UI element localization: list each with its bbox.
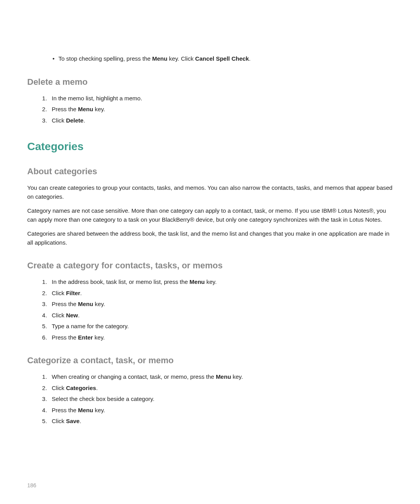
list-item: Click Filter. — [49, 289, 393, 298]
item-prefix: In the address book, task list, or memo … — [52, 278, 189, 285]
item-bold: Save — [66, 418, 80, 424]
item-suffix: key. — [205, 278, 217, 285]
delete-memo-list: In the memo list, highlight a memo. Pres… — [49, 94, 393, 125]
item-text: In the memo list, highlight a memo. — [52, 95, 142, 102]
page-number: 186 — [27, 482, 36, 488]
heading-categories: Categories — [27, 140, 393, 153]
item-prefix: Click — [52, 385, 66, 391]
list-item: Press the Menu key. — [49, 406, 393, 415]
item-suffix: . — [78, 312, 80, 318]
item-suffix: key. — [93, 334, 105, 341]
heading-create-category: Create a category for contacts, tasks, o… — [27, 261, 393, 271]
item-suffix: key. — [93, 106, 105, 112]
about-para-1: You can create categories to group your … — [27, 184, 393, 201]
create-category-list: In the address book, task list, or memo … — [49, 278, 393, 342]
item-prefix: Click — [52, 312, 66, 318]
bullet-stop-spelling: • To stop checking spelling, press the M… — [52, 54, 393, 63]
list-item: Click Save. — [49, 417, 393, 426]
item-bold: Menu — [189, 278, 205, 285]
about-para-2: Category names are not case sensitive. M… — [27, 206, 393, 224]
item-suffix: . — [84, 117, 85, 124]
item-prefix: Click — [52, 290, 66, 296]
item-bold: Menu — [216, 373, 231, 380]
item-bold: New — [66, 312, 78, 318]
item-prefix: Press the — [52, 334, 78, 341]
bullet-prefix: To stop checking spelling, press the — [58, 55, 152, 62]
heading-delete-memo: Delete a memo — [27, 77, 393, 87]
bullet-bold2: Cancel Spell Check — [195, 55, 249, 62]
list-item: In the memo list, highlight a memo. — [49, 94, 393, 103]
list-item: Press the Enter key. — [49, 333, 393, 342]
bullet-suffix: . — [249, 55, 250, 62]
item-prefix: Press the — [52, 407, 78, 413]
item-suffix: key. — [231, 373, 243, 380]
item-suffix: key. — [93, 407, 105, 413]
item-suffix: . — [80, 418, 81, 424]
categorize-list: When creating or changing a contact, tas… — [49, 373, 393, 426]
list-item: In the address book, task list, or memo … — [49, 278, 393, 287]
item-suffix: . — [80, 290, 82, 296]
item-bold: Menu — [78, 407, 93, 413]
list-item: Press the Menu key. — [49, 105, 393, 114]
list-item: When creating or changing a contact, tas… — [49, 373, 393, 382]
list-item: Click New. — [49, 311, 393, 320]
heading-categorize: Categorize a contact, task, or memo — [27, 355, 393, 366]
item-text: Select the check box beside a category. — [52, 396, 154, 402]
list-item: Click Categories. — [49, 384, 393, 393]
item-prefix: Click — [52, 117, 66, 124]
item-prefix: When creating or changing a contact, tas… — [52, 373, 216, 380]
bullet-dot: • — [52, 54, 54, 63]
bullet-mid: key. Click — [167, 55, 195, 62]
item-bold: Filter — [66, 290, 80, 296]
item-prefix: Press the — [52, 301, 78, 307]
item-text: Type a name for the category. — [52, 323, 129, 329]
item-bold: Menu — [78, 106, 93, 112]
bullet-bold1: Menu — [152, 55, 167, 62]
list-item: Type a name for the category. — [49, 322, 393, 331]
item-suffix: key. — [93, 301, 105, 307]
item-prefix: Click — [52, 418, 66, 424]
list-item: Select the check box beside a category. — [49, 395, 393, 404]
list-item: Press the Menu key. — [49, 300, 393, 309]
item-bold: Menu — [78, 301, 93, 307]
item-prefix: Press the — [52, 106, 78, 112]
item-suffix: . — [96, 385, 98, 391]
item-bold: Categories — [66, 385, 96, 391]
about-para-3: Categories are shared between the addres… — [27, 229, 393, 247]
item-bold: Enter — [78, 334, 93, 341]
item-bold: Delete — [66, 117, 84, 124]
heading-about-categories: About categories — [27, 166, 393, 177]
list-item: Click Delete. — [49, 116, 393, 125]
bullet-text: To stop checking spelling, press the Men… — [58, 54, 250, 63]
